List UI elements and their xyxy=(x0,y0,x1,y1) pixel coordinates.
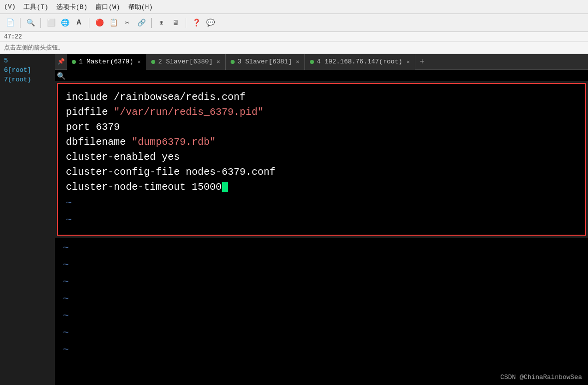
menu-item-v[interactable]: (V) xyxy=(4,3,15,10)
code-line-7: cluster-node-timeout 15000 xyxy=(66,180,577,195)
tab-dot-4 xyxy=(310,60,314,64)
sidebar-item-5[interactable]: 5 xyxy=(0,56,55,65)
terminal-search-area: 🔍 xyxy=(55,70,588,81)
code-line-6: cluster-config-file nodes-6379.conf xyxy=(66,165,577,180)
toolbar-box-btn[interactable]: ⬜ xyxy=(45,17,57,29)
watermark: CSDN @ChinaRainbowSea xyxy=(500,374,582,381)
hint-text: 点击左侧的箭头按钮。 xyxy=(4,43,64,52)
toolbar-sep-2 xyxy=(40,18,41,28)
code-line-4: dbfilename "dump6379.rdb" xyxy=(66,135,577,150)
code-line-3: port 6379 xyxy=(66,120,577,135)
toolbar-chat-btn[interactable]: 💬 xyxy=(204,17,216,29)
toolbar-monitor2-btn[interactable]: 🖥 xyxy=(170,17,182,29)
cursor-block xyxy=(222,182,228,192)
toolbar-sep-5 xyxy=(186,18,186,28)
tab-add-button[interactable]: + xyxy=(415,54,429,70)
tab-master-6379[interactable]: 1 Master(6379) ✕ xyxy=(67,54,146,70)
code-line-1: include /rainbowsea/redis.conf xyxy=(66,90,577,105)
terminal-search-icon[interactable]: 🔍 xyxy=(57,72,65,80)
sidebar-item-7root[interactable]: 7(root) xyxy=(0,75,55,84)
tab-label-1: 1 Master(6379) xyxy=(79,58,133,65)
code-line-2: pidfile "/var/run/redis_6379.pid" xyxy=(66,105,577,120)
status-bar: 47:22 xyxy=(0,32,588,42)
toolbar-a-btn[interactable]: A xyxy=(73,17,85,29)
toolbar-globe-btn[interactable]: 🌐 xyxy=(59,17,71,29)
sidebar: 5 6[root] 7(root) xyxy=(0,54,55,385)
tab-slaver-6380[interactable]: 2 Slaver[6380] ✕ xyxy=(146,54,226,70)
tab-close-2[interactable]: ✕ xyxy=(217,58,220,65)
tab-pin-button[interactable]: 📌 xyxy=(55,54,67,70)
code-string-4: "dump6379.rdb" xyxy=(132,136,216,148)
menu-item-tabs[interactable]: 选项卡(B) xyxy=(56,2,87,11)
toolbar-link-btn[interactable]: 🔗 xyxy=(135,17,147,29)
tab-close-3[interactable]: ✕ xyxy=(296,58,299,65)
status-time: 47:22 xyxy=(4,33,22,40)
terminal-wrapper: 🔍 include /rainbowsea/redis.conf pidfile… xyxy=(55,70,588,385)
menu-item-tools[interactable]: 工具(T) xyxy=(23,2,48,11)
main-area: 5 6[root] 7(root) 📌 1 Master(6379) ✕ 2 S… xyxy=(0,54,588,385)
tab-bar: 📌 1 Master(6379) ✕ 2 Slaver[6380] ✕ 3 Sl… xyxy=(55,54,588,70)
tilde-highlighted-1: ~ xyxy=(66,195,577,212)
tilde-rest-2: ~ xyxy=(63,257,580,274)
code-string-2: "/var/run/redis_6379.pid" xyxy=(114,106,264,118)
toolbar-red-btn[interactable]: 🔴 xyxy=(93,17,105,29)
terminal-highlighted-box: include /rainbowsea/redis.conf pidfile "… xyxy=(57,83,586,236)
tilde-rest-1: ~ xyxy=(63,240,580,257)
toolbar-search-btn[interactable]: 🔍 xyxy=(24,17,36,29)
toolbar-sep-1 xyxy=(20,18,20,28)
tab-label-3: 3 Slaver[6381] xyxy=(238,58,292,65)
tab-label-4: 4 192.168.76.147(root) xyxy=(317,58,403,65)
tab-slaver-6381[interactable]: 3 Slaver[6381] ✕ xyxy=(226,54,305,70)
tilde-rest-6: ~ xyxy=(63,325,580,342)
tilde-highlighted-2: ~ xyxy=(66,212,577,229)
toolbar-new-btn[interactable]: 📄 xyxy=(4,17,16,29)
toolbar-sep-4 xyxy=(151,18,152,28)
toolbar-grid-btn[interactable]: 📋 xyxy=(107,17,119,29)
toolbar-monitor-btn[interactable]: ⊞ xyxy=(156,17,168,29)
tilde-rest-4: ~ xyxy=(63,291,580,308)
tilde-rest-3: ~ xyxy=(63,274,580,291)
menu-bar: (V) 工具(T) 选项卡(B) 窗口(W) 帮助(H) xyxy=(0,0,588,14)
toolbar: 📄 🔍 ⬜ 🌐 A 🔴 📋 ✂ 🔗 ⊞ 🖥 ❓ 💬 xyxy=(0,14,588,32)
menu-item-window[interactable]: 窗口(W) xyxy=(95,2,120,11)
tilde-rest-7: ~ xyxy=(63,342,580,359)
content-area: 📌 1 Master(6379) ✕ 2 Slaver[6380] ✕ 3 Sl… xyxy=(55,54,588,385)
code-line-5: cluster-enabled yes xyxy=(66,150,577,165)
sidebar-item-6root[interactable]: 6[root] xyxy=(0,65,55,75)
tab-label-2: 2 Slaver[6380] xyxy=(158,58,213,65)
menu-item-help[interactable]: 帮助(H) xyxy=(128,2,153,11)
hint-bar: 点击左侧的箭头按钮。 xyxy=(0,42,588,54)
tab-close-4[interactable]: ✕ xyxy=(406,58,410,65)
tab-dot-3 xyxy=(231,60,235,64)
tab-close-1[interactable]: ✕ xyxy=(137,58,141,65)
toolbar-help-btn[interactable]: ❓ xyxy=(190,17,202,29)
tilde-rest-5: ~ xyxy=(63,308,580,325)
tab-dot-1 xyxy=(72,60,76,64)
toolbar-scissors-btn[interactable]: ✂ xyxy=(121,17,133,29)
terminal-rest: ~ ~ ~ ~ ~ ~ ~ xyxy=(55,238,588,385)
toolbar-sep-3 xyxy=(89,18,89,28)
tab-ip-root[interactable]: 4 192.168.76.147(root) ✕ xyxy=(305,54,415,70)
tab-dot-2 xyxy=(151,60,155,64)
